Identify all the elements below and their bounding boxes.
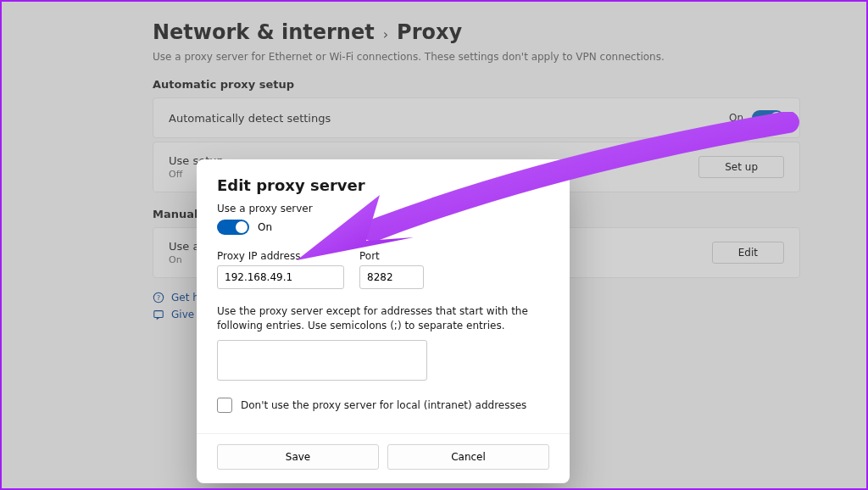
proxy-ip-input[interactable] bbox=[217, 265, 344, 289]
use-proxy-toggle-state-text: On bbox=[258, 221, 272, 233]
cancel-button[interactable]: Cancel bbox=[387, 444, 549, 470]
use-proxy-server-label: Use a proxy server bbox=[217, 203, 549, 214]
exceptions-input[interactable] bbox=[217, 340, 427, 381]
local-bypass-label: Don't use the proxy server for local (in… bbox=[241, 399, 526, 411]
exceptions-description: Use the proxy server except for addresse… bbox=[217, 304, 549, 333]
proxy-port-input[interactable] bbox=[359, 265, 424, 289]
edit-proxy-server-dialog: Edit proxy server Use a proxy server On … bbox=[197, 159, 570, 483]
proxy-port-label: Port bbox=[359, 250, 424, 262]
proxy-ip-label: Proxy IP address bbox=[217, 250, 344, 262]
use-proxy-toggle[interactable] bbox=[217, 220, 249, 235]
save-button[interactable]: Save bbox=[217, 444, 379, 470]
dialog-title: Edit proxy server bbox=[217, 176, 549, 194]
local-bypass-checkbox[interactable] bbox=[217, 398, 232, 413]
